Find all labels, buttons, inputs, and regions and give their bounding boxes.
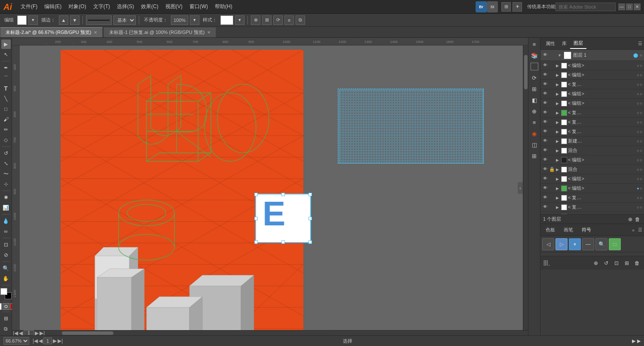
handle-bl[interactable] xyxy=(254,240,258,244)
layer-row-11[interactable]: 👁 🔒 ▶ 混合 ○ ○ xyxy=(540,165,644,174)
prev-btn[interactable]: ◀ xyxy=(19,330,23,336)
opacity-dropdown[interactable]: ▾ xyxy=(190,15,199,25)
row9-expand[interactable]: ▶ xyxy=(556,149,560,153)
library-panel-icon[interactable]: 📚 xyxy=(530,51,539,60)
menu-select[interactable]: 选择(S) xyxy=(113,1,137,12)
artboard-nav[interactable]: ⧉ xyxy=(1,324,11,334)
handle-tr[interactable] xyxy=(308,193,312,196)
zoom-tool[interactable]: 🔍 xyxy=(1,264,11,273)
layer-1-header[interactable]: 👁 ▼ 图层 1 ⬤ ○ xyxy=(540,50,644,61)
stroke-up[interactable]: ▲ xyxy=(59,15,68,25)
appearance-panel-icon[interactable]: ⊕ xyxy=(530,106,539,116)
stroke-panel-icon[interactable]: ≡ xyxy=(530,118,539,127)
align-icon[interactable]: ≡ xyxy=(284,15,294,25)
slice-tool[interactable]: ⊘ xyxy=(1,250,11,260)
arrange-icon[interactable]: ⊞ xyxy=(501,2,511,12)
layer-row-2[interactable]: 👁 ▶ < 复… ○ ○ xyxy=(540,80,644,89)
layer-row-13[interactable]: 👁 ▶ < 编组> ● ○ xyxy=(540,184,644,193)
paintbrush-tool[interactable]: 🖌 xyxy=(1,115,11,124)
row10-eye[interactable]: 👁 xyxy=(542,157,548,163)
draw-mode-icon[interactable] xyxy=(3,303,9,310)
properties-tab[interactable]: 属性 xyxy=(542,39,559,49)
row8-expand[interactable]: ▶ xyxy=(556,139,560,143)
row1-eye[interactable]: 👁 xyxy=(542,72,548,78)
sym-btn-0[interactable]: ◁ xyxy=(542,238,554,250)
pathfinder-icon[interactable]: ⧉ xyxy=(296,15,305,25)
row9-eye[interactable]: 👁 xyxy=(542,148,548,154)
fg-color-swatch[interactable] xyxy=(0,288,7,295)
library-tab[interactable]: 库 xyxy=(559,39,570,49)
layer-row-0[interactable]: 👁 ▶ < 编组> ○ ○ xyxy=(540,61,644,70)
row5-expand[interactable]: ▶ xyxy=(556,111,560,115)
h-scrollbar[interactable]: |◀ ◀ ▶ ▶| xyxy=(12,330,528,335)
layers2-panel-icon[interactable]: ⊞ xyxy=(530,151,539,161)
sym-btn-2[interactable]: ▾ xyxy=(569,238,581,250)
tab-0-close[interactable]: ✕ xyxy=(94,30,97,35)
page-num-input[interactable] xyxy=(43,337,52,344)
layers-tab[interactable]: 图层 xyxy=(570,38,586,49)
layer1-target-icon[interactable]: ⬤ xyxy=(633,53,638,58)
rect-tool[interactable]: □ xyxy=(1,104,11,114)
symbols-tab[interactable]: 符号 xyxy=(578,225,595,234)
close-btn[interactable]: ✕ xyxy=(634,3,641,10)
row3-expand[interactable]: ▶ xyxy=(556,92,560,96)
menu-help[interactable]: 帮助(H) xyxy=(211,1,236,12)
row0-expand[interactable]: ▶ xyxy=(556,64,560,68)
row7-expand[interactable]: ▶ xyxy=(556,130,560,134)
layer1-expand[interactable]: ▼ xyxy=(558,53,562,58)
row15-eye[interactable]: 👁 xyxy=(542,204,548,210)
sym-btn-4[interactable]: 🔍 xyxy=(595,238,607,250)
row7-eye[interactable]: 👁 xyxy=(542,129,548,135)
row6-expand[interactable]: ▶ xyxy=(556,120,560,124)
layer-row-10[interactable]: 👁 ▶ < 编组> ○ ○ xyxy=(540,155,644,165)
layer-row-9[interactable]: 👁 ▶ 混合 ○ ○ xyxy=(540,146,644,155)
handle-bm[interactable] xyxy=(281,240,285,244)
maximize-btn[interactable]: □ xyxy=(626,3,633,10)
layer-row-7[interactable]: 👁 ▶ < 复… ○ ○ xyxy=(540,127,644,137)
layer-row-5[interactable]: 👁 ▶ < 复… ○ ○ xyxy=(540,108,644,118)
gradient-panel-icon[interactable]: ◫ xyxy=(530,140,539,149)
row2-expand[interactable]: ▶ xyxy=(556,82,560,87)
row11-expand[interactable]: ▶ xyxy=(556,167,560,172)
first-page-btn[interactable]: |◀ xyxy=(33,338,38,344)
prev-page-btn2[interactable]: ◀ xyxy=(39,338,43,344)
h-scroll-thumb[interactable] xyxy=(62,331,113,335)
handle-mr[interactable] xyxy=(308,217,312,220)
curvature-tool[interactable]: ⌒ xyxy=(1,73,11,83)
layer-row-6[interactable]: 👁 ▶ < 复… ○ ○ xyxy=(540,118,644,127)
menu-text[interactable]: 文字(T) xyxy=(90,1,113,12)
handle-ml[interactable] xyxy=(254,217,258,220)
sym-break-btn[interactable]: ⊡ xyxy=(612,259,621,267)
row13-eye[interactable]: 👁 xyxy=(542,185,548,191)
layer-row-15[interactable]: 👁 ▶ < 复… ○ ○ xyxy=(540,203,644,212)
row4-expand[interactable]: ▶ xyxy=(556,101,560,106)
pathfinder-panel-icon[interactable]: ⊞ xyxy=(530,84,539,94)
row14-eye[interactable]: 👁 xyxy=(542,195,548,201)
scale-tool[interactable]: ⤡ xyxy=(1,159,11,168)
row13-expand[interactable]: ▶ xyxy=(556,186,560,191)
stock-icon[interactable]: St xyxy=(487,1,498,12)
layer-row-14[interactable]: 👁 ▶ < 复… ○ ○ xyxy=(540,193,644,203)
layer-row-12[interactable]: 👁 ▶ < 编组> ○ ○ xyxy=(540,174,644,184)
handle-tl[interactable] xyxy=(254,193,258,196)
normal-mode-icon[interactable] xyxy=(0,303,2,310)
direct-selection-tool[interactable]: ↖ xyxy=(1,50,11,59)
selection-tool[interactable]: ▶ xyxy=(1,39,11,49)
warp-tool[interactable]: 〜 xyxy=(1,169,11,179)
align-panel-icon[interactable] xyxy=(531,63,538,70)
transform-panel-icon[interactable]: ⟳ xyxy=(530,73,539,82)
line-tool[interactable]: ╲ xyxy=(1,94,11,103)
bridge-icon[interactable]: Br xyxy=(476,1,487,12)
row6-eye[interactable]: 👁 xyxy=(542,119,548,125)
v-scrollbar[interactable] xyxy=(523,46,528,330)
row14-expand[interactable]: ▶ xyxy=(556,196,560,200)
delete-layer-btn[interactable]: 🗑 xyxy=(635,216,640,222)
sym-btn-3[interactable]: — xyxy=(582,238,594,250)
eyedropper-tool[interactable]: 💧 xyxy=(1,216,11,226)
properties-panel-icon[interactable]: ≡ xyxy=(530,39,539,49)
row12-eye[interactable]: 👁 xyxy=(542,176,548,182)
perspective-tool[interactable]: ⊞ xyxy=(1,314,11,323)
pencil-tool[interactable]: ✏ xyxy=(1,125,11,134)
row12-expand[interactable]: ▶ xyxy=(556,177,560,181)
new-layer-btn[interactable]: ⊕ xyxy=(628,216,632,222)
